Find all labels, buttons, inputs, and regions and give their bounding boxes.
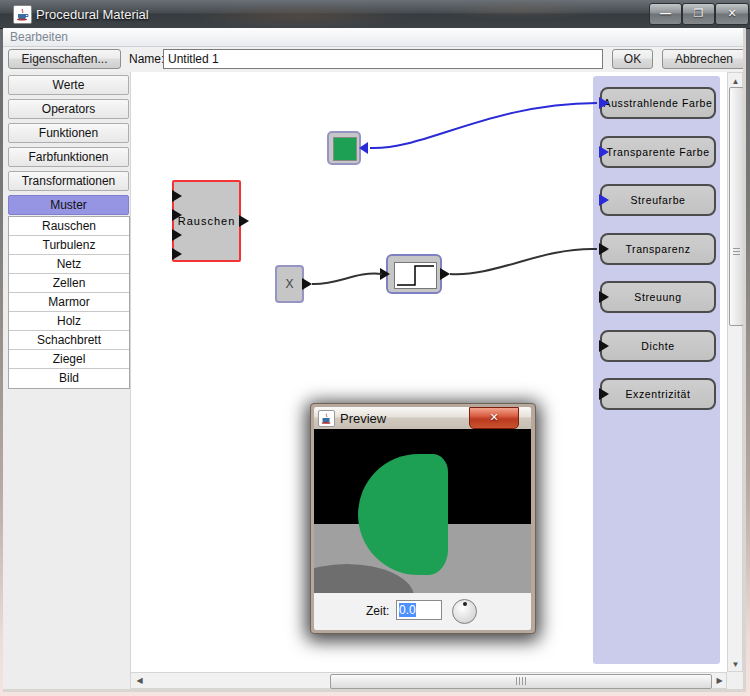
pattern-item-ziegel[interactable]: Ziegel <box>9 350 129 369</box>
pattern-list: Rauschen Turbulenz Netz Zellen Marmor Ho… <box>8 216 130 389</box>
wire-x-to-step <box>312 274 382 284</box>
time-input[interactable]: 0.0 <box>396 600 442 620</box>
preview-dialog[interactable]: Preview ✕ Zeit: 0.0 <box>310 403 536 634</box>
java-icon <box>318 410 335 427</box>
output-arrow-icon <box>599 291 609 303</box>
output-arrow-icon <box>599 340 609 352</box>
green-color-swatch[interactable] <box>333 137 357 161</box>
pattern-item-rauschen[interactable]: Rauschen <box>9 217 129 236</box>
output-slot-transparenz[interactable]: Transparenz <box>600 233 716 265</box>
sidebar-category-farbfunktionen[interactable]: Farbfunktionen <box>8 147 129 167</box>
noise-node[interactable]: Rauschen <box>172 180 241 262</box>
procedural-material-window: Procedural Material — ❐ ✕ Bearbeiten Eig… <box>0 0 750 696</box>
pattern-item-holz[interactable]: Holz <box>9 312 129 331</box>
ok-button[interactable]: OK <box>612 49 653 69</box>
window-frame-bottom <box>3 689 743 692</box>
scroll-grip-icon <box>516 677 526 685</box>
sidebar-category-operators[interactable]: Operators <box>8 99 129 119</box>
step-function-icon <box>394 262 437 289</box>
menu-bar: Bearbeiten <box>3 28 746 47</box>
step-function-node[interactable] <box>386 254 442 294</box>
output-arrow-icon <box>599 243 609 255</box>
noise-input-port-icon <box>172 190 182 202</box>
sidebar-category-werte[interactable]: Werte <box>8 75 129 95</box>
sidebar: Werte Operators Funktionen Farbfunktione… <box>3 72 130 689</box>
minimize-button[interactable]: — <box>649 3 682 25</box>
pattern-item-bild[interactable]: Bild <box>9 369 129 388</box>
horizontal-scrollbar[interactable]: ◀ ▶ <box>130 672 727 689</box>
noise-output-port-icon <box>239 215 249 227</box>
color-node-output-port-icon <box>359 142 368 154</box>
wire-color-to-ausstrahlende-farbe <box>370 103 597 148</box>
wire-step-to-transparenz <box>450 249 597 274</box>
java-icon <box>13 5 32 24</box>
scroll-right-icon[interactable]: ▶ <box>712 674 727 688</box>
menu-item-bearbeiten[interactable]: Bearbeiten <box>10 30 68 44</box>
step-input-port-icon <box>380 268 390 280</box>
preview-controls: Zeit: 0.0 <box>314 593 531 630</box>
pattern-item-schachbrett[interactable]: Schachbrett <box>9 331 129 350</box>
output-slot-dichte[interactable]: Dichte <box>600 330 716 362</box>
scroll-down-icon[interactable]: ▼ <box>729 657 742 672</box>
pattern-item-turbulenz[interactable]: Turbulenz <box>9 236 129 255</box>
maximize-button[interactable]: ❐ <box>682 3 715 25</box>
sidebar-category-funktionen[interactable]: Funktionen <box>8 123 129 143</box>
output-arrow-icon <box>599 194 609 206</box>
preview-render-canvas <box>314 429 531 593</box>
output-slot-ausstrahlende-farbe[interactable]: Ausstrahlende Farbe <box>600 87 716 119</box>
scrollbar-corner <box>727 672 743 689</box>
noise-input-port-icon <box>172 248 182 260</box>
vertical-scrollbar[interactable]: ▲ ▼ <box>727 72 743 672</box>
properties-button[interactable]: Eigenschaften... <box>8 49 121 69</box>
multiply-node[interactable]: X <box>275 265 304 303</box>
pattern-item-marmor[interactable]: Marmor <box>9 293 129 312</box>
window-frame-right <box>743 28 746 692</box>
time-label: Zeit: <box>366 604 389 618</box>
scroll-grip-icon <box>733 248 740 256</box>
sidebar-category-transformationen[interactable]: Transformationen <box>8 171 129 191</box>
color-node[interactable] <box>327 131 361 165</box>
multiply-node-label: X <box>285 277 293 291</box>
noise-input-port-icon <box>172 229 182 241</box>
close-button[interactable]: ✕ <box>715 3 749 25</box>
preview-title-bar[interactable]: Preview ✕ <box>314 407 531 429</box>
preview-close-button[interactable]: ✕ <box>469 407 519 429</box>
title-bar[interactable]: Procedural Material — ❐ ✕ <box>0 0 750 29</box>
noise-node-label: Rauschen <box>178 215 236 227</box>
noise-input-port-icon <box>172 209 182 221</box>
time-dial[interactable] <box>452 599 477 624</box>
name-input[interactable]: Untitled 1 <box>163 49 603 69</box>
vertical-scroll-thumb[interactable] <box>729 87 744 326</box>
sidebar-category-muster-selected[interactable]: Muster <box>8 195 129 215</box>
toolbar: Eigenschaften... Name: Untitled 1 OK Abb… <box>3 47 746 73</box>
horizontal-scroll-thumb[interactable] <box>330 674 712 689</box>
output-slot-exzentrizitaet[interactable]: Exzentrizität <box>600 378 716 410</box>
cancel-button[interactable]: Abbrechen <box>662 49 746 69</box>
node-graph-canvas[interactable]: Ausstrahlende Farbe Transparente Farbe S… <box>130 72 728 672</box>
pattern-item-zellen[interactable]: Zellen <box>9 274 129 293</box>
output-arrow-icon <box>599 146 609 158</box>
preview-title: Preview <box>340 411 386 426</box>
output-arrow-icon <box>599 97 609 109</box>
time-value: 0.0 <box>399 603 416 617</box>
output-slot-transparente-farbe[interactable]: Transparente Farbe <box>600 136 716 168</box>
output-arrow-icon <box>599 388 609 400</box>
output-slot-streuung[interactable]: Streuung <box>600 281 716 313</box>
step-output-port-icon <box>440 268 450 280</box>
dial-indicator-icon <box>463 602 467 606</box>
pattern-item-netz[interactable]: Netz <box>9 255 129 274</box>
output-slot-streufarbe[interactable]: Streufarbe <box>600 184 716 216</box>
scroll-left-icon[interactable]: ◀ <box>132 674 147 688</box>
window-title: Procedural Material <box>36 7 149 22</box>
multiply-output-port-icon <box>302 278 312 290</box>
name-label: Name: <box>129 52 164 66</box>
